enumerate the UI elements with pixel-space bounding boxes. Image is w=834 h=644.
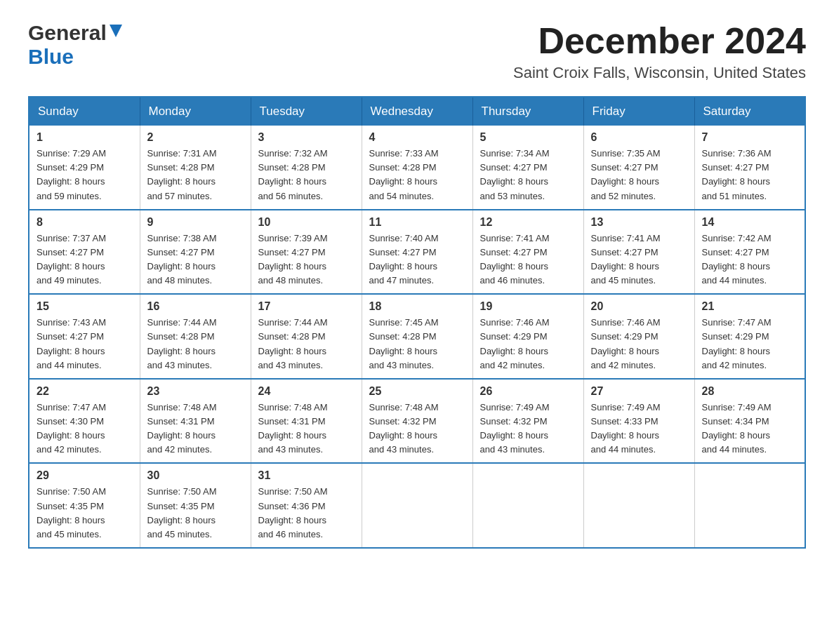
- logo-general-text: General: [28, 21, 107, 45]
- header-wednesday: Wednesday: [362, 97, 472, 126]
- calendar-cell: 7 Sunrise: 7:36 AMSunset: 4:27 PMDayligh…: [694, 126, 805, 210]
- day-number: 31: [258, 469, 355, 482]
- calendar-cell: 2 Sunrise: 7:31 AMSunset: 4:28 PMDayligh…: [140, 126, 251, 210]
- day-number: 21: [702, 300, 798, 313]
- day-info: Sunrise: 7:50 AMSunset: 4:36 PMDaylight:…: [258, 486, 328, 539]
- day-number: 1: [37, 131, 133, 144]
- day-number: 16: [147, 300, 244, 313]
- day-info: Sunrise: 7:32 AMSunset: 4:28 PMDaylight:…: [258, 148, 328, 201]
- day-number: 25: [369, 385, 465, 398]
- day-number: 10: [258, 216, 355, 229]
- header-friday: Friday: [583, 97, 694, 126]
- calendar-cell: 15 Sunrise: 7:43 AMSunset: 4:27 PMDaylig…: [29, 294, 140, 379]
- calendar-cell: 30 Sunrise: 7:50 AMSunset: 4:35 PMDaylig…: [140, 463, 251, 548]
- calendar-cell: [694, 463, 805, 548]
- logo-triangle-icon: [110, 25, 122, 40]
- calendar-cell: 18 Sunrise: 7:45 AMSunset: 4:28 PMDaylig…: [362, 294, 472, 379]
- day-info: Sunrise: 7:40 AMSunset: 4:27 PMDaylight:…: [369, 233, 439, 286]
- calendar-cell: 25 Sunrise: 7:48 AMSunset: 4:32 PMDaylig…: [362, 379, 472, 464]
- day-number: 2: [147, 131, 244, 144]
- day-info: Sunrise: 7:49 AMSunset: 4:33 PMDaylight:…: [591, 402, 661, 455]
- header-thursday: Thursday: [472, 97, 583, 126]
- day-number: 6: [591, 131, 687, 144]
- day-info: Sunrise: 7:42 AMSunset: 4:27 PMDaylight:…: [702, 233, 772, 286]
- day-info: Sunrise: 7:34 AMSunset: 4:27 PMDaylight:…: [480, 148, 550, 201]
- location-subtitle: Saint Croix Falls, Wisconsin, United Sta…: [513, 64, 806, 82]
- calendar-cell: 10 Sunrise: 7:39 AMSunset: 4:27 PMDaylig…: [251, 210, 362, 295]
- calendar-week-row: 22 Sunrise: 7:47 AMSunset: 4:30 PMDaylig…: [29, 379, 805, 464]
- calendar-cell: 17 Sunrise: 7:44 AMSunset: 4:28 PMDaylig…: [251, 294, 362, 379]
- day-number: 11: [369, 216, 465, 229]
- day-number: 23: [147, 385, 244, 398]
- day-info: Sunrise: 7:50 AMSunset: 4:35 PMDaylight:…: [37, 486, 106, 539]
- day-info: Sunrise: 7:44 AMSunset: 4:28 PMDaylight:…: [258, 317, 328, 370]
- day-number: 5: [480, 131, 576, 144]
- day-info: Sunrise: 7:48 AMSunset: 4:32 PMDaylight:…: [369, 402, 439, 455]
- day-info: Sunrise: 7:47 AMSunset: 4:29 PMDaylight:…: [702, 317, 772, 370]
- day-number: 12: [480, 216, 576, 229]
- calendar-week-row: 8 Sunrise: 7:37 AMSunset: 4:27 PMDayligh…: [29, 210, 805, 295]
- calendar-cell: 6 Sunrise: 7:35 AMSunset: 4:27 PMDayligh…: [583, 126, 694, 210]
- calendar-cell: [583, 463, 694, 548]
- day-info: Sunrise: 7:47 AMSunset: 4:30 PMDaylight:…: [37, 402, 106, 455]
- day-info: Sunrise: 7:48 AMSunset: 4:31 PMDaylight:…: [258, 402, 328, 455]
- day-number: 18: [369, 300, 465, 313]
- month-year-title: December 2024: [513, 21, 806, 61]
- day-number: 15: [37, 300, 133, 313]
- day-number: 19: [480, 300, 576, 313]
- logo-blue-text: Blue: [28, 45, 74, 68]
- calendar-cell: [362, 463, 472, 548]
- calendar-cell: 5 Sunrise: 7:34 AMSunset: 4:27 PMDayligh…: [472, 126, 583, 210]
- calendar-cell: 21 Sunrise: 7:47 AMSunset: 4:29 PMDaylig…: [694, 294, 805, 379]
- day-number: 28: [702, 385, 798, 398]
- calendar-cell: [472, 463, 583, 548]
- calendar-cell: 9 Sunrise: 7:38 AMSunset: 4:27 PMDayligh…: [140, 210, 251, 295]
- title-area: December 2024 Saint Croix Falls, Wiscons…: [513, 21, 806, 82]
- calendar-cell: 24 Sunrise: 7:48 AMSunset: 4:31 PMDaylig…: [251, 379, 362, 464]
- page-header: General Blue December 2024 Saint Croix F…: [28, 21, 806, 82]
- day-number: 4: [369, 131, 465, 144]
- day-info: Sunrise: 7:45 AMSunset: 4:28 PMDaylight:…: [369, 317, 439, 370]
- calendar-week-row: 1 Sunrise: 7:29 AMSunset: 4:29 PMDayligh…: [29, 126, 805, 210]
- day-info: Sunrise: 7:49 AMSunset: 4:32 PMDaylight:…: [480, 402, 550, 455]
- svg-marker-0: [110, 25, 122, 37]
- header-sunday: Sunday: [29, 97, 140, 126]
- day-info: Sunrise: 7:44 AMSunset: 4:28 PMDaylight:…: [147, 317, 217, 370]
- day-info: Sunrise: 7:50 AMSunset: 4:35 PMDaylight:…: [147, 486, 217, 539]
- day-number: 13: [591, 216, 687, 229]
- day-info: Sunrise: 7:35 AMSunset: 4:27 PMDaylight:…: [591, 148, 661, 201]
- day-info: Sunrise: 7:31 AMSunset: 4:28 PMDaylight:…: [147, 148, 217, 201]
- day-number: 20: [591, 300, 687, 313]
- calendar-cell: 19 Sunrise: 7:46 AMSunset: 4:29 PMDaylig…: [472, 294, 583, 379]
- calendar-cell: 3 Sunrise: 7:32 AMSunset: 4:28 PMDayligh…: [251, 126, 362, 210]
- calendar-cell: 8 Sunrise: 7:37 AMSunset: 4:27 PMDayligh…: [29, 210, 140, 295]
- day-info: Sunrise: 7:29 AMSunset: 4:29 PMDaylight:…: [37, 148, 106, 201]
- day-info: Sunrise: 7:38 AMSunset: 4:27 PMDaylight:…: [147, 233, 217, 286]
- calendar-cell: 1 Sunrise: 7:29 AMSunset: 4:29 PMDayligh…: [29, 126, 140, 210]
- day-info: Sunrise: 7:49 AMSunset: 4:34 PMDaylight:…: [702, 402, 772, 455]
- calendar-cell: 4 Sunrise: 7:33 AMSunset: 4:28 PMDayligh…: [362, 126, 472, 210]
- calendar-cell: 27 Sunrise: 7:49 AMSunset: 4:33 PMDaylig…: [583, 379, 694, 464]
- day-info: Sunrise: 7:43 AMSunset: 4:27 PMDaylight:…: [37, 317, 106, 370]
- day-number: 9: [147, 216, 244, 229]
- day-info: Sunrise: 7:46 AMSunset: 4:29 PMDaylight:…: [591, 317, 661, 370]
- calendar-week-row: 29 Sunrise: 7:50 AMSunset: 4:35 PMDaylig…: [29, 463, 805, 548]
- day-number: 14: [702, 216, 798, 229]
- calendar-cell: 12 Sunrise: 7:41 AMSunset: 4:27 PMDaylig…: [472, 210, 583, 295]
- calendar-cell: 23 Sunrise: 7:48 AMSunset: 4:31 PMDaylig…: [140, 379, 251, 464]
- day-number: 24: [258, 385, 355, 398]
- day-info: Sunrise: 7:41 AMSunset: 4:27 PMDaylight:…: [480, 233, 550, 286]
- day-info: Sunrise: 7:41 AMSunset: 4:27 PMDaylight:…: [591, 233, 661, 286]
- calendar-header-row: Sunday Monday Tuesday Wednesday Thursday…: [29, 97, 805, 126]
- day-info: Sunrise: 7:33 AMSunset: 4:28 PMDaylight:…: [369, 148, 439, 201]
- day-info: Sunrise: 7:37 AMSunset: 4:27 PMDaylight:…: [37, 233, 106, 286]
- calendar-cell: 31 Sunrise: 7:50 AMSunset: 4:36 PMDaylig…: [251, 463, 362, 548]
- calendar-table: Sunday Monday Tuesday Wednesday Thursday…: [28, 96, 806, 549]
- calendar-cell: 26 Sunrise: 7:49 AMSunset: 4:32 PMDaylig…: [472, 379, 583, 464]
- calendar-cell: 13 Sunrise: 7:41 AMSunset: 4:27 PMDaylig…: [583, 210, 694, 295]
- calendar-week-row: 15 Sunrise: 7:43 AMSunset: 4:27 PMDaylig…: [29, 294, 805, 379]
- logo: General Blue: [28, 21, 122, 69]
- day-number: 8: [37, 216, 133, 229]
- day-info: Sunrise: 7:36 AMSunset: 4:27 PMDaylight:…: [702, 148, 772, 201]
- calendar-cell: 29 Sunrise: 7:50 AMSunset: 4:35 PMDaylig…: [29, 463, 140, 548]
